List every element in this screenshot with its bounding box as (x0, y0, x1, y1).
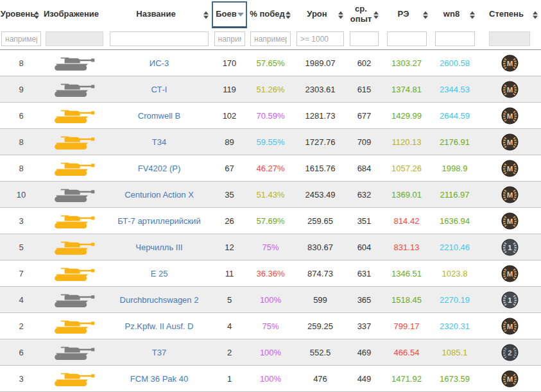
table-row[interactable]: 8 T34 89 59.55% 1727.76 709 1120.13 2176… (0, 129, 541, 155)
table-row[interactable]: 3 БТ-7 артиллерийский 26 57.69% 259.65 3… (0, 208, 541, 234)
sort-both-icon[interactable] (374, 11, 379, 19)
filter-input[interactable] (387, 31, 427, 46)
tank-name-link[interactable]: Черчилль III (135, 243, 182, 252)
damage-value: 874.73 (294, 260, 347, 286)
mastery-cell: M (478, 155, 541, 181)
tank-name-link[interactable]: FCM 36 Pak 40 (130, 374, 188, 384)
sort-both-icon[interactable] (34, 11, 39, 19)
mastery-cell: M (478, 50, 541, 76)
filter-input[interactable] (1, 31, 41, 46)
column-header-0[interactable]: Уровень (0, 0, 42, 28)
column-header-4[interactable]: % побед (247, 0, 294, 28)
table-row[interactable]: 8 FV4202 (P) 67 46.27% 1615.76 684 1057.… (0, 155, 541, 182)
tank-icon (52, 186, 97, 203)
table-row[interactable]: 2 Pz.Kpfw. II Ausf. D 4 75% 259.25 337 7… (0, 313, 541, 339)
column-header-7[interactable]: РЭ (382, 0, 431, 28)
sort-both-icon[interactable] (423, 11, 428, 19)
filter-input[interactable] (296, 31, 344, 46)
table-row[interactable]: 9 СТ-I 119 51.26% 2303.61 615 1374.81 23… (0, 76, 541, 103)
winrate-value: 57.65% (247, 50, 294, 76)
column-header-2[interactable]: Название (107, 0, 212, 28)
wn8-value: 2600.58 (431, 50, 478, 76)
damage-value: 476 (294, 366, 347, 391)
tank-name-link[interactable]: БТ-7 артиллерийский (117, 216, 200, 226)
sort-both-icon[interactable] (470, 11, 475, 19)
mastery-badge-letter: M (506, 191, 513, 198)
tank-icon (52, 291, 97, 309)
winrate-value: 36.36% (247, 260, 294, 286)
tank-name-link[interactable]: T34 (152, 137, 166, 147)
column-header-label: Урон (307, 9, 327, 19)
tank-level: 3 (0, 366, 42, 391)
tank-name-link[interactable]: Centurion Action X (125, 190, 194, 200)
tank-name-link[interactable]: Pz.Kpfw. II Ausf. D (125, 321, 194, 331)
tank-image-cell (42, 260, 107, 286)
avg-exp-value: 709 (347, 129, 382, 155)
re-value: 1346.51 (382, 260, 431, 286)
mastery-badge-icon: 1 (501, 291, 519, 309)
filter-cell (247, 31, 294, 46)
tank-name-link[interactable]: T37 (152, 348, 166, 357)
column-header-5[interactable]: Урон (294, 0, 347, 28)
mastery-badge-letter: M (506, 112, 513, 119)
table-row[interactable]: 6 Cromwell B 102 70.59% 1281.73 677 1429… (0, 103, 541, 129)
table-row[interactable]: 5 Черчилль III 12 75% 830.67 604 831.13 … (0, 234, 541, 260)
mastery-cell: M (478, 208, 541, 234)
tank-name-link[interactable]: FV4202 (P) (138, 164, 180, 173)
tank-name-link[interactable]: СТ-I (151, 85, 167, 94)
column-header-label: Уровень (1, 9, 35, 19)
column-header-8[interactable]: wn8 (431, 0, 478, 28)
damage-value: 1615.76 (294, 155, 347, 181)
wn8-value: 1673.59 (431, 366, 478, 391)
filter-input[interactable] (110, 31, 209, 46)
sort-both-icon[interactable] (286, 11, 291, 19)
tank-name-link[interactable]: Cromwell B (138, 111, 180, 121)
filter-cell (212, 31, 247, 46)
re-value: 1120.13 (382, 129, 431, 155)
sort-both-icon[interactable] (338, 11, 343, 19)
column-header-6[interactable]: ср. опыт (347, 0, 382, 28)
table-row[interactable]: 6 T37 2 100% 552.5 469 466.54 1085.1 2 (0, 339, 541, 366)
damage-value: 2303.61 (294, 76, 347, 102)
tank-icon (52, 133, 97, 151)
tank-name-link[interactable]: Durchbruchswagen 2 (120, 295, 199, 305)
filter-input[interactable] (214, 31, 245, 46)
table-row[interactable]: 7 Е 25 11 36.36% 874.73 631 1346.51 1023… (0, 260, 541, 287)
table-row[interactable]: 10 Centurion Action X 35 51.43% 2453.49 … (0, 182, 541, 208)
column-header-3[interactable]: Боев (212, 0, 247, 28)
mastery-badge-icon: 1 (501, 239, 519, 256)
tank-icon (52, 212, 97, 230)
table-row[interactable]: 8 ИС-3 170 57.65% 1989.07 602 1303.27 26… (0, 50, 541, 76)
avg-exp-value: 631 (347, 260, 382, 286)
table-row[interactable]: 3 FCM 36 Pak 40 1 100% 476 449 1471.92 1… (0, 366, 541, 392)
tank-level: 10 (0, 182, 42, 207)
tank-name-link[interactable]: ИС-3 (150, 58, 169, 68)
tank-icon (52, 318, 97, 335)
filter-input[interactable] (350, 31, 379, 46)
tank-icon (52, 370, 97, 388)
mastery-cell: M (478, 76, 541, 102)
table-row[interactable]: 4 Durchbruchswagen 2 5 100% 599 365 1518… (0, 287, 541, 313)
wn8-value: 2644.59 (431, 103, 478, 128)
battles-value: 67 (212, 155, 247, 181)
sort-both-icon[interactable] (203, 11, 209, 19)
tank-icon (52, 81, 97, 98)
column-header-9[interactable]: Степень (478, 0, 541, 28)
sort-desc-icon[interactable] (237, 13, 244, 17)
filter-input[interactable] (250, 31, 291, 46)
sort-both-icon[interactable] (533, 11, 538, 19)
tank-name-link[interactable]: Е 25 (151, 269, 168, 278)
tank-level: 7 (0, 260, 42, 286)
filter-input[interactable] (46, 31, 103, 46)
filter-cell (382, 31, 431, 46)
filter-cell (42, 31, 107, 46)
tank-image-cell (42, 155, 107, 181)
mastery-badge-icon: M (501, 212, 519, 230)
table-body: 8 ИС-3 170 57.65% 1989.07 602 1303.27 26… (0, 50, 541, 392)
filter-input[interactable] (489, 31, 530, 46)
mastery-badge-letter: M (506, 375, 513, 382)
column-header-1[interactable]: Изображение (42, 0, 107, 28)
header-row: Уровень Изображение Название Боев % побе… (0, 0, 541, 28)
tank-icon (52, 55, 97, 72)
filter-input[interactable] (435, 31, 475, 46)
